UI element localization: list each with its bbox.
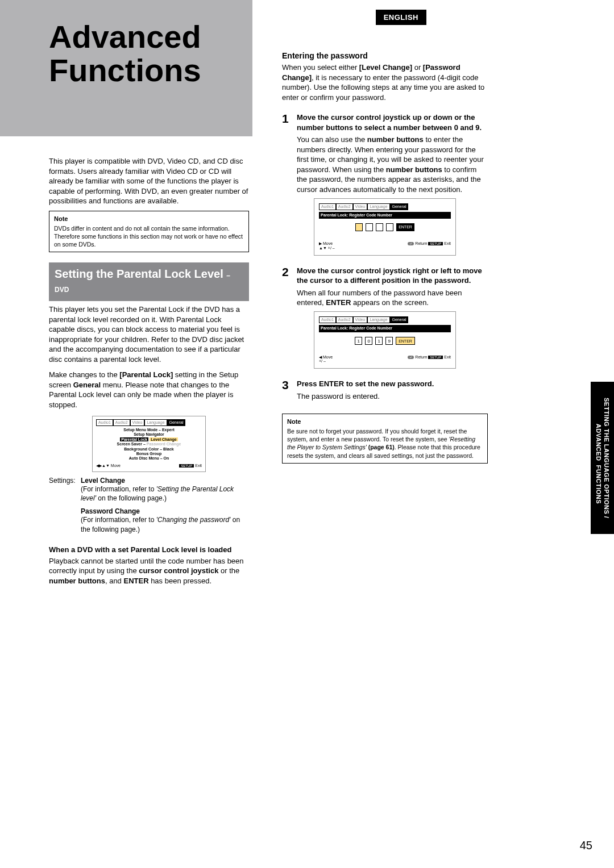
osd1-row3-right: Password Change [147,442,181,446]
note-label: Note [54,215,244,223]
osd1-row5: Bonus Group [96,452,202,456]
osd-password-filled: Audio1 Audio2 Video Language General Par… [314,311,456,369]
osd1-row1: Setup Navigator [96,432,202,437]
p2-b1: [Parental Lock] [119,370,173,379]
opt2-title: Password Change [81,507,249,515]
title-line-2: Functions [49,52,201,88]
step-2: 2 Move the cursor control joystick right… [282,266,488,308]
osd2-digit-3 [376,223,383,231]
step-3-body: Press ENTER to set the new password. The… [297,379,488,401]
step-3: 3 Press ENTER to set the new password. T… [282,379,488,401]
osd3-foot-left: ◀ Move +/ – [319,355,333,364]
parental-paragraph-2: Make changes to the [Parental Lock] sett… [49,370,249,410]
osd3-digits: 1 0 1 9 ENTER [319,337,451,345]
osd1-tab-audio1: Audio1 [96,419,113,426]
n2-pre: Be sure not to forget your password. If … [287,428,467,443]
settings-row: Settings: Level Change (For information,… [49,477,249,539]
osd3-foot-right: ⤶Return SETUPExit [408,355,451,364]
opt1-desc: (For information, refer to 'Setting the … [81,485,249,503]
note-box-1: Note DVDs differ in content and do not a… [49,211,249,252]
step-3-number: 3 [282,379,297,401]
lt-b2: number buttons [49,577,105,585]
osd3-fl1: ◀ Move [319,355,333,359]
settings-label: Settings: [49,477,81,539]
opt1-title: Level Change [81,477,249,485]
s1-b2: number buttons [386,165,442,174]
osd1-tab-general: General [167,419,186,426]
osd1-tabs: Audio1 Audio2 Video Language General [96,419,202,426]
osd3-enter: ENTER [396,337,415,345]
osd2-tab-video: Video [353,203,368,210]
return-icon: ⤶ [408,356,414,359]
osd1-row2: Parental Lock Level Change [96,437,202,442]
lt-post: has been pressed. [149,577,212,585]
osd1-foot-left: ◀▶▲▼ Move [96,464,121,468]
step-2-number: 2 [282,266,297,308]
opt1-post: on the following page.) [96,494,167,502]
p2-pre: Make changes to the [49,370,119,379]
osd2-digit-2 [366,223,373,231]
osd1-tab-language: Language [144,419,167,426]
osd2-ret: Return [415,241,427,245]
left-column: This player is compatible with DVD, Vide… [49,156,249,591]
osd-password-empty: Audio1 Audio2 Video Language General Par… [314,198,456,256]
s2-post: appears on the screen. [351,298,429,307]
osd2-exit: Exit [444,241,451,245]
parental-paragraph-1: This player lets you set the Parental Lo… [49,304,249,364]
section-title: Setting the Parental Lock Level [55,268,223,280]
osd3-tab-audio2: Audio2 [336,316,353,323]
osd2-footer: ▶ Move ▲▼ +/ – ⤶Return SETUPExit [319,239,451,250]
step-1-head: Move the cursor control joystick up or d… [297,112,488,132]
step-3-text: The password is entered. [297,391,488,402]
page-title: Advanced Functions [49,20,201,87]
osd1-row4: Background Color – Black [96,447,202,452]
entering-password-text: When you select either [Level Change] or… [282,62,488,102]
osd3-tab-audio1: Audio1 [319,316,336,323]
section-header-parental-lock: Setting the Parental Lock Level – DVD [49,262,249,301]
osd1-foot-right: SETUPExit [179,464,202,468]
osd1-row6: Auto Disc Menu – On [96,456,202,461]
intro-paragraph: This player is compatible with DVD, Vide… [49,156,249,206]
thumb-text: SETTING THE LANGUAGE OPTIONS / ADVANCED … [594,398,611,518]
osd1-tab-audio2: Audio2 [113,419,130,426]
loaded-text: Playback cannot be started until the cod… [49,556,249,586]
osd2-tab-general: General [390,203,409,210]
osd3-exit: Exit [444,355,451,359]
osd3-tab-language: Language [367,316,389,323]
osd3-fl2: +/ – [319,359,326,363]
return-icon: ⤶ [408,242,414,245]
osd2-digit-1 [355,223,363,231]
osd1-setup-pill: SETUP [179,464,194,468]
lt-mid: or the [218,566,239,575]
step-3-head: Press ENTER to set the new password. [297,379,488,389]
note-box-2: Note Be sure not to forget your password… [282,414,488,464]
osd1-row3-left: Screen Saver – [117,442,146,446]
osd1-row3: Screen Saver – Password Change [96,442,202,446]
osd3-footer: ◀ Move +/ – ⤶Return SETUPExit [319,353,451,364]
thumb-index-tab: SETTING THE LANGUAGE OPTIONS / ADVANCED … [591,382,614,534]
step-1: 1 Move the cursor control joystick up or… [282,112,488,194]
lt-b3: ENTER [123,577,148,585]
osd3-pill: SETUP [428,356,443,359]
osd2-tabs: Audio1 Audio2 Video Language General [319,203,451,210]
osd2-foot-right: ⤶Return SETUPExit [408,241,451,250]
s1-b1: number buttons [367,135,424,144]
osd3-digit-4: 9 [385,337,393,345]
osd3-digit-2: 0 [365,337,372,345]
opt2-em: 'Changing the password' [156,516,231,524]
right-column: Entering the password When you select ei… [282,43,488,474]
step-1-number: 1 [282,112,297,194]
opt2-pre: (For information, refer to [81,516,156,524]
ep-post: , it is necessary to enter the password … [282,73,484,102]
note-text: DVDs differ in content and do not all co… [54,225,243,248]
osd1-row0: Setup Menu Mode – Expert [96,428,202,432]
osd2-fl2: ▲▼ +/ – [319,246,335,250]
osd3-bar: Parental Lock: Register Code Number [319,325,451,332]
settings-content: Level Change (For information, refer to … [81,477,249,539]
opt1-pre: (For information, refer to [81,485,156,493]
osd3-digit-3: 1 [375,337,383,345]
step-2-body: Move the cursor control joystick right o… [297,266,488,308]
osd2-tab-audio1: Audio1 [319,203,336,210]
s1-pre: You can also use the [297,135,367,144]
osd2-bar: Parental Lock: Register Code Number [319,212,451,219]
